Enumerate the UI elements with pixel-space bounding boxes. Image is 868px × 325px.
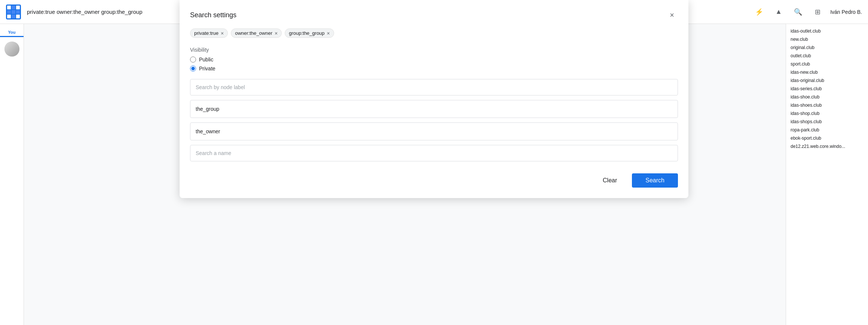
tag-owner: owner:the_owner × <box>231 28 282 38</box>
name-search-input[interactable] <box>190 145 678 161</box>
radio-public[interactable]: Public <box>190 57 678 63</box>
chevron-up-icon-btn[interactable]: ▲ <box>772 5 785 19</box>
radio-private[interactable]: Private <box>190 66 678 72</box>
list-item: ropa-park.club <box>786 126 868 134</box>
modal-title: Search settings <box>190 11 236 19</box>
list-item: idas-shoe.club <box>786 93 868 101</box>
avatar-image <box>4 42 19 57</box>
modal-close-button[interactable]: × <box>666 9 678 21</box>
logo-cell <box>12 6 15 9</box>
list-item: idas-outlet.club <box>786 27 868 35</box>
tags-row: private:true × owner:the_owner × group:t… <box>190 28 678 38</box>
list-item: idas-series.club <box>786 85 868 93</box>
list-item: idas-original.club <box>786 76 868 85</box>
top-bar-actions: ⚡ ▲ 🔍 ⊞ Iván Pedro B. <box>752 5 862 19</box>
user-avatar <box>4 42 19 57</box>
list-item: idas-shop.club <box>786 109 868 118</box>
visibility-label: Visibility <box>190 47 678 53</box>
search-icon-btn[interactable]: 🔍 <box>791 5 805 19</box>
tag-private-close[interactable]: × <box>221 31 224 36</box>
modal-footer: Clear Search <box>190 173 678 188</box>
left-sidebar: You <box>0 24 24 325</box>
list-item: de12.z21.web.core.windo... <box>786 142 868 151</box>
tag-owner-label: owner:the_owner <box>235 30 272 36</box>
radio-private-input[interactable] <box>190 66 196 72</box>
logo-cell <box>16 15 20 18</box>
list-item: sport.club <box>786 60 868 68</box>
tag-owner-close[interactable]: × <box>275 31 278 36</box>
list-item: idas-shoes.club <box>786 101 868 109</box>
owner-value-text: the_owner <box>196 128 220 134</box>
clear-button[interactable]: Clear <box>592 173 627 188</box>
search-button[interactable]: Search <box>632 173 678 188</box>
tag-group-close[interactable]: × <box>327 31 330 36</box>
logo-cell <box>7 10 11 14</box>
sidebar-you-label: You <box>0 30 24 37</box>
app-logo <box>6 4 21 19</box>
flash-icon-btn[interactable]: ⚡ <box>752 5 766 19</box>
list-item: outlet.club <box>786 52 868 60</box>
right-list: idas-outlet.clubnew.cluboriginal.clubout… <box>786 24 868 325</box>
group-value-text: the_group <box>196 106 219 112</box>
owner-value-field: the_owner <box>190 122 678 140</box>
tag-private-label: private:true <box>194 30 218 36</box>
tag-group: group:the_group × <box>285 28 334 38</box>
logo-cell <box>16 6 20 9</box>
radio-private-label: Private <box>199 66 216 72</box>
list-item: ebok-sport.club <box>786 134 868 142</box>
list-item: idas-shops.club <box>786 118 868 126</box>
node-label-search-input[interactable] <box>190 79 678 95</box>
search-settings-modal: Search settings × private:true × owner:t… <box>180 0 688 198</box>
radio-public-input[interactable] <box>190 57 196 63</box>
group-value-field: the_group <box>190 100 678 118</box>
grid-icon-btn[interactable]: ⊞ <box>811 5 824 19</box>
user-name: Iván Pedro B. <box>830 9 862 15</box>
list-item: new.club <box>786 35 868 43</box>
logo-cell <box>12 10 15 14</box>
tag-group-label: group:the_group <box>289 30 324 36</box>
visibility-radio-group: Public Private <box>190 57 678 72</box>
logo-cell <box>7 15 11 18</box>
logo-cell <box>12 15 15 18</box>
list-item: original.club <box>786 43 868 52</box>
logo-cell <box>7 6 11 9</box>
list-item: idas-new.club <box>786 68 868 76</box>
radio-public-label: Public <box>199 57 213 63</box>
logo-cell <box>16 10 20 14</box>
tag-private: private:true × <box>190 28 228 38</box>
modal-header: Search settings × <box>190 9 678 21</box>
